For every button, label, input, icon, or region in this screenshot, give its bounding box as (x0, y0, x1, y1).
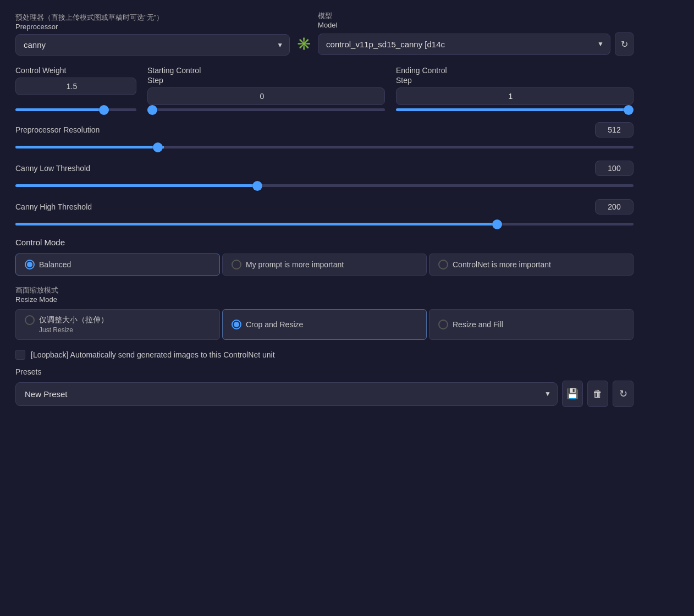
canny-low-label-row: Canny Low Threshold 100 (15, 161, 634, 176)
model-input-row: control_v11p_sd15_canny [d14c ▼ ↻ (318, 32, 634, 56)
top-controls-row: 预处理器（直接上传模式图或草稿时可选"无"） Preprocessor cann… (15, 11, 634, 56)
canny-high-label-row: Canny High Threshold 200 (15, 199, 634, 215)
preprocessor-label-cn: 预处理器（直接上传模式图或草稿时可选"无"） (15, 13, 290, 23)
presets-row: New Preset ▼ 💾 🗑 ↻ (15, 381, 634, 407)
resize-mode-group: 仅调整大小（拉伸） Just Resize Crop and Resize Re… (15, 309, 634, 340)
presets-label: Presets (15, 367, 634, 376)
preprocessor-resolution-value[interactable]: 512 (595, 122, 634, 138)
preprocessor-resolution-row: Preprocessor Resolution 512 (15, 122, 634, 151)
preprocessor-col: 预处理器（直接上传模式图或草稿时可选"无"） Preprocessor cann… (15, 13, 290, 56)
balanced-radio-dot (25, 260, 35, 270)
weight-step-sliders (15, 108, 634, 111)
resize-fill-label: Resize and Fill (453, 320, 503, 329)
canny-high-value[interactable]: 200 (595, 199, 634, 215)
preprocessor-resolution-label-row: Preprocessor Resolution 512 (15, 122, 634, 138)
resize-mode-label-cn: 画面缩放模式 (15, 285, 634, 295)
canny-low-value[interactable]: 100 (595, 161, 634, 176)
loopback-row: [Loopback] Automatically send generated … (15, 350, 634, 360)
starting-control-input[interactable] (147, 87, 385, 105)
control-weight-input[interactable] (15, 78, 136, 95)
ending-control-label: Ending ControlStep (396, 65, 634, 85)
ending-control-group: Ending ControlStep (396, 65, 634, 105)
ending-control-input[interactable] (396, 87, 634, 105)
preprocessor-resolution-label: Preprocessor Resolution (15, 125, 100, 134)
just-resize-label-en: Just Resize (25, 326, 73, 334)
ending-control-slider[interactable] (396, 108, 634, 111)
starting-control-slider[interactable] (147, 108, 385, 111)
control-weight-label: Control Weight (15, 65, 136, 75)
resize-fill-radio-dot (438, 320, 448, 329)
crop-resize-label: Crop and Resize (246, 320, 303, 329)
model-col: 模型 Model control_v11p_sd15_canny [d14c ▼… (318, 11, 634, 56)
loopback-label: [Loopback] Automatically send generated … (31, 350, 275, 359)
control-weight-slider-col (15, 108, 136, 111)
ending-control-slider-col (396, 108, 634, 111)
presets-select-wrapper: New Preset ▼ (15, 382, 558, 406)
control-weight-slider[interactable] (15, 108, 136, 111)
just-resize-radio-dot (25, 315, 35, 325)
canny-low-slider[interactable] (15, 184, 634, 187)
spark-icon: ✳️ (296, 37, 311, 51)
balanced-label: Balanced (39, 260, 71, 269)
resize-mode-label-en: Resize Mode (15, 295, 634, 304)
model-select-wrapper: control_v11p_sd15_canny [d14c ▼ (318, 34, 610, 55)
control-mode-group: Balanced My prompt is more important Con… (15, 254, 634, 276)
loopback-checkbox[interactable] (15, 350, 25, 360)
preprocessor-select[interactable]: canny none openpose depth_midas (15, 34, 290, 56)
control-weight-group: Control Weight (15, 65, 136, 105)
control-mode-controlnet[interactable]: ControlNet is more important (429, 254, 634, 276)
control-mode-prompt[interactable]: My prompt is more important (222, 254, 427, 276)
starting-control-label: Starting ControlStep (147, 65, 385, 85)
presets-reload-button[interactable]: ↻ (613, 381, 634, 407)
starting-control-slider-col (147, 108, 385, 111)
canny-low-label: Canny Low Threshold (15, 164, 90, 173)
resize-just-resize[interactable]: 仅调整大小（拉伸） Just Resize (15, 309, 220, 340)
canny-low-threshold-row: Canny Low Threshold 100 (15, 161, 634, 189)
preprocessor-resolution-slider[interactable] (15, 146, 634, 148)
resize-crop-resize[interactable]: Crop and Resize (222, 309, 427, 340)
prompt-radio-dot (232, 260, 241, 270)
preprocessor-label-en: Preprocessor (15, 23, 290, 31)
controlnet-radio-dot (438, 260, 448, 270)
controlnet-label: ControlNet is more important (453, 260, 551, 269)
presets-select[interactable]: New Preset (15, 382, 558, 406)
preprocessor-select-wrapper: canny none openpose depth_midas ▼ (15, 34, 290, 56)
presets-save-button[interactable]: 💾 (562, 381, 583, 407)
model-label-cn: 模型 (318, 11, 634, 21)
presets-delete-button[interactable]: 🗑 (587, 381, 608, 407)
just-resize-label-cn: 仅调整大小（拉伸） (39, 315, 108, 325)
control-mode-balanced[interactable]: Balanced (15, 254, 220, 276)
canny-high-slider[interactable] (15, 223, 634, 226)
control-mode-label: Control Mode (15, 238, 634, 247)
crop-resize-radio-dot (232, 320, 241, 329)
model-refresh-button[interactable]: ↻ (615, 32, 634, 56)
canny-high-label: Canny High Threshold (15, 202, 92, 211)
weight-step-row: Control Weight Starting ControlStep Endi… (15, 65, 634, 105)
canny-high-threshold-row: Canny High Threshold 200 (15, 199, 634, 228)
resize-fill[interactable]: Resize and Fill (429, 309, 634, 340)
starting-control-group: Starting ControlStep (147, 65, 385, 105)
prompt-label: My prompt is more important (246, 260, 344, 269)
model-select[interactable]: control_v11p_sd15_canny [d14c (318, 34, 610, 55)
model-label-en: Model (318, 21, 634, 29)
